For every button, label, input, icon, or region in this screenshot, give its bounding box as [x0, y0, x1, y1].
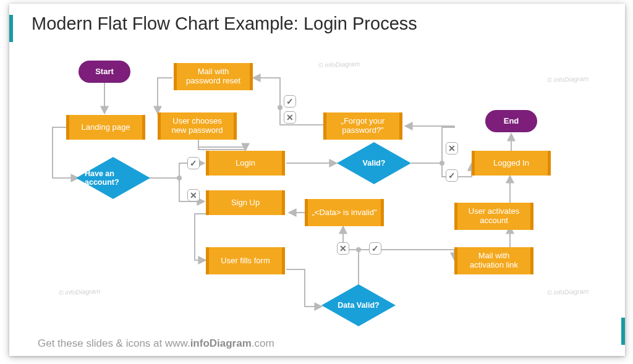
branch-yes-icon: ✓ — [369, 242, 381, 255]
node-label: Landing page — [82, 123, 130, 132]
node-start: Start — [79, 61, 130, 83]
node-label: Data Valid? — [338, 301, 379, 310]
node-label: Have an account? — [85, 169, 142, 187]
node-mail-activation: Mail with activation link — [454, 247, 533, 274]
slide-frame: Modern Flat Flow Chart Example: Login Pr… — [9, 4, 625, 356]
branch-no-icon: ✕ — [337, 242, 349, 255]
node-label: Start — [95, 67, 114, 77]
node-logged-in: Logged In — [472, 151, 551, 176]
node-label: Sign Up — [231, 198, 260, 208]
svg-point-0 — [177, 176, 182, 180]
svg-point-1 — [356, 247, 361, 252]
branch-no-icon: ✕ — [284, 111, 296, 124]
node-have-account: Have an account? — [76, 157, 150, 199]
node-end: End — [485, 110, 537, 132]
node-signup: Sign Up — [206, 190, 285, 215]
accent-bar-left — [9, 15, 13, 42]
footer-brand-suffix: .com — [252, 337, 274, 349]
watermark: © infoDiagram — [59, 287, 101, 296]
node-label: Login — [236, 159, 255, 168]
node-user-fills: User fills form — [206, 247, 285, 274]
node-forgot-password: „Forgot your password?" — [323, 112, 402, 140]
svg-point-3 — [278, 105, 283, 110]
node-valid: Valid? — [337, 142, 411, 184]
footer-brand-bold: infoDiagram — [190, 337, 252, 349]
accent-bar-right — [621, 318, 625, 345]
node-label: End — [504, 117, 519, 126]
node-label: „Forgot your password?" — [330, 117, 396, 135]
watermark: © infoDiagram — [547, 75, 589, 83]
branch-yes-icon: ✓ — [284, 95, 296, 108]
node-landing-page: Landing page — [66, 115, 145, 140]
slide-title: Modern Flat Flow Chart Example: Login Pr… — [32, 14, 417, 34]
branch-no-icon: ✕ — [446, 142, 458, 154]
svg-point-2 — [440, 161, 444, 166]
branch-yes-icon: ✓ — [446, 169, 458, 182]
node-label: Logged In — [493, 159, 529, 168]
watermark: © infoDiagram — [318, 60, 360, 69]
footer-brand-prefix: www. — [165, 337, 190, 349]
node-label: „<Data> is invalid" — [312, 208, 376, 218]
node-mail-reset: Mail with password reset — [174, 63, 253, 90]
footer-attribution: Get these slides & icons at www.infoDiag… — [38, 337, 274, 350]
branch-yes-icon: ✓ — [187, 157, 200, 169]
node-data-invalid: „<Data> is invalid" — [305, 199, 384, 226]
node-user-activates: User activates account — [454, 203, 533, 230]
node-label: User activates account — [461, 207, 527, 226]
node-label: User fills form — [221, 256, 270, 266]
watermark: © infoDiagram — [547, 287, 589, 296]
branch-no-icon: ✕ — [187, 189, 200, 201]
node-label: User chooses new password — [164, 117, 230, 135]
node-login: Login — [206, 151, 285, 176]
node-label: Valid? — [363, 159, 386, 167]
node-label: Mail with activation link — [461, 252, 527, 270]
node-label: Mail with password reset — [181, 67, 246, 86]
node-new-password: User chooses new password — [158, 112, 237, 140]
node-data-valid: Data Valid? — [321, 284, 396, 326]
footer-prefix: Get these slides & icons at — [38, 337, 165, 349]
